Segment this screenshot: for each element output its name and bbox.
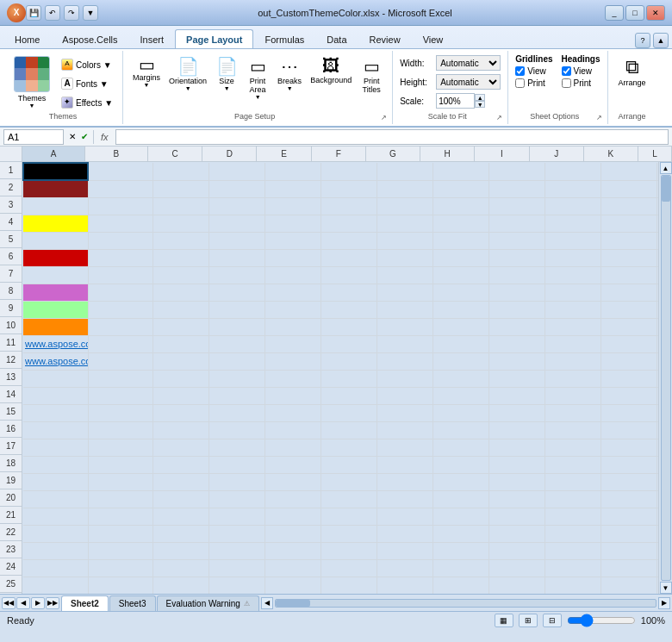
tab-home[interactable]: Home xyxy=(3,29,51,48)
row-header-16[interactable]: 16 xyxy=(0,421,22,438)
print-area-button[interactable]: ▭ PrintArea ▼ xyxy=(242,53,273,103)
row-header-18[interactable]: 18 xyxy=(0,455,22,472)
close-button[interactable]: ✕ xyxy=(646,5,665,21)
cell-e1[interactable] xyxy=(264,163,320,180)
headings-view-checkbox[interactable] xyxy=(562,66,571,76)
cell-e6[interactable] xyxy=(264,249,320,266)
row-header-2[interactable]: 2 xyxy=(0,179,22,196)
cell-d3[interactable] xyxy=(208,197,264,215)
sheet-options-expand-arrow[interactable]: ↗ xyxy=(596,114,602,122)
cell-a7[interactable] xyxy=(23,266,88,284)
page-layout-view-button[interactable]: ⊞ xyxy=(519,614,538,627)
cell-h3[interactable] xyxy=(432,197,488,215)
margins-button[interactable]: ▭ Margins ▼ xyxy=(128,53,165,91)
row-header-6[interactable]: 6 xyxy=(0,248,22,265)
cell-j10[interactable] xyxy=(544,318,600,335)
row-header-24[interactable]: 24 xyxy=(0,558,22,576)
cell-g4[interactable] xyxy=(376,215,432,232)
cell-c8[interactable] xyxy=(152,284,208,301)
cell-a12[interactable]: www.aspose.com xyxy=(23,352,88,370)
cell-e3[interactable] xyxy=(264,197,320,215)
headings-view-label[interactable]: View xyxy=(562,66,600,76)
cell-c6[interactable] xyxy=(152,249,208,266)
row-header-12[interactable]: 12 xyxy=(0,352,22,369)
col-header-h[interactable]: H xyxy=(420,146,475,162)
cell-c4[interactable] xyxy=(152,215,208,232)
cell-d10[interactable] xyxy=(208,318,264,335)
cell-j1[interactable] xyxy=(544,163,600,180)
col-header-l[interactable]: L xyxy=(638,146,672,162)
cell-a4[interactable] xyxy=(23,215,88,232)
cell-j2[interactable] xyxy=(544,180,600,197)
cell-j7[interactable] xyxy=(544,266,600,284)
cell-a20[interactable] xyxy=(23,490,88,508)
cell-c7[interactable] xyxy=(152,266,208,284)
gridlines-print-checkbox[interactable] xyxy=(515,78,525,88)
cell-h9[interactable] xyxy=(432,301,488,318)
cell-a9[interactable] xyxy=(23,301,88,318)
cell-g5[interactable] xyxy=(376,232,432,249)
link-a12[interactable]: www.aspose.com xyxy=(25,356,88,366)
row-header-15[interactable]: 15 xyxy=(0,403,22,421)
cell-a17[interactable] xyxy=(23,439,88,456)
col-header-d[interactable]: D xyxy=(202,146,257,162)
scale-down-button[interactable]: ▼ xyxy=(475,101,485,108)
cell-d8[interactable] xyxy=(208,284,264,301)
scale-input[interactable] xyxy=(436,93,475,109)
customize-qat-button[interactable]: ▼ xyxy=(83,5,98,21)
col-header-f[interactable]: F xyxy=(312,146,366,162)
cell-i4[interactable] xyxy=(488,215,544,232)
cell-k4[interactable] xyxy=(600,215,656,232)
row-header-10[interactable]: 10 xyxy=(0,317,22,334)
cell-i6[interactable] xyxy=(488,249,544,266)
cell-b6[interactable] xyxy=(88,249,152,266)
cell-f5[interactable] xyxy=(320,232,376,249)
cell-d1[interactable] xyxy=(208,163,264,180)
cell-j9[interactable] xyxy=(544,301,600,318)
cell-d9[interactable] xyxy=(208,301,264,318)
gridlines-view-checkbox[interactable] xyxy=(515,66,525,76)
minimize-button[interactable]: _ xyxy=(605,5,624,21)
cell-b12[interactable] xyxy=(88,352,152,370)
sheet-prev-button[interactable]: ◀ xyxy=(16,597,30,609)
formula-cancel-button[interactable]: ✕ xyxy=(67,132,78,141)
row-header-17[interactable]: 17 xyxy=(0,438,22,455)
tab-aspose[interactable]: Aspose.Cells xyxy=(51,29,128,48)
cell-i8[interactable] xyxy=(488,284,544,301)
headings-print-label[interactable]: Print xyxy=(562,78,600,88)
cell-f1[interactable] xyxy=(320,163,376,180)
cell-a8[interactable] xyxy=(23,284,88,301)
sheet-tab-evaluation-warning[interactable]: Evaluation Warning ⚠ xyxy=(157,595,259,611)
size-button[interactable]: 📄 Size ▼ xyxy=(211,53,242,95)
cell-k6[interactable] xyxy=(600,249,656,266)
cell-b9[interactable] xyxy=(88,301,152,318)
cell-d6[interactable] xyxy=(208,249,264,266)
cell-e2[interactable] xyxy=(264,180,320,197)
cell-j3[interactable] xyxy=(544,197,600,215)
cell-i9[interactable] xyxy=(488,301,544,318)
cell-f7[interactable] xyxy=(320,266,376,284)
cell-d4[interactable] xyxy=(208,215,264,232)
background-button[interactable]: 🖼 Background xyxy=(306,53,356,88)
cell-b1[interactable] xyxy=(88,163,152,180)
cell-i2[interactable] xyxy=(488,180,544,197)
horizontal-scroll-track[interactable] xyxy=(275,599,656,608)
cell-a2[interactable] xyxy=(23,180,88,197)
cell-e7[interactable] xyxy=(264,266,320,284)
cell-k8[interactable] xyxy=(600,284,656,301)
row-header-4[interactable]: 4 xyxy=(0,214,22,231)
cell-k2[interactable] xyxy=(600,180,656,197)
cell-h2[interactable] xyxy=(432,180,488,197)
cell-h10[interactable] xyxy=(432,318,488,335)
cell-k1[interactable] xyxy=(600,163,656,180)
row-header-9[interactable]: 9 xyxy=(0,300,22,317)
cell-f2[interactable] xyxy=(320,180,376,197)
cell-k11[interactable] xyxy=(600,335,656,352)
cell-d11[interactable] xyxy=(208,335,264,352)
cell-c12[interactable] xyxy=(152,352,208,370)
cell-i1[interactable] xyxy=(488,163,544,180)
cell-i11[interactable] xyxy=(488,335,544,352)
cell-h12[interactable] xyxy=(432,352,488,370)
cell-k3[interactable] xyxy=(600,197,656,215)
cell-b10[interactable] xyxy=(88,318,152,335)
